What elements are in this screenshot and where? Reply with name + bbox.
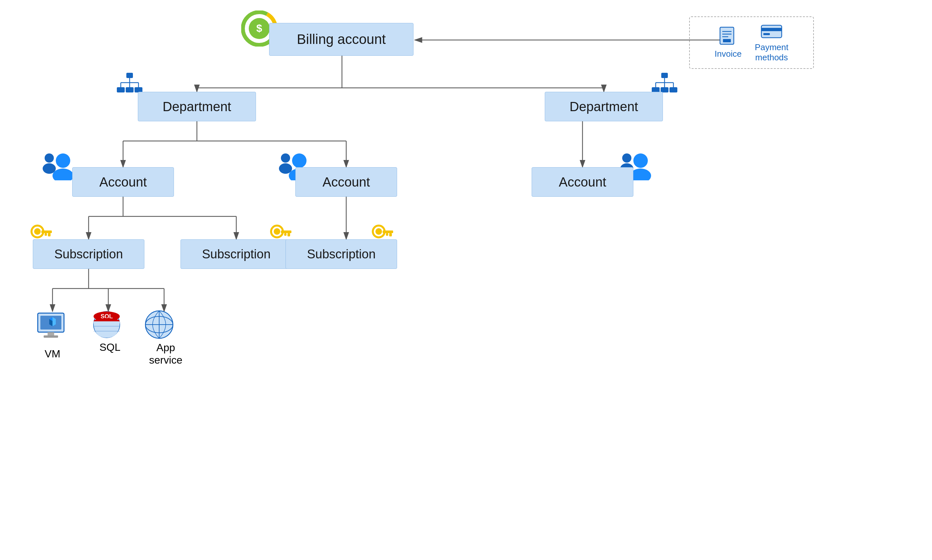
- svg-point-54: [52, 169, 74, 180]
- invoice-label: Invoice: [715, 49, 742, 59]
- sub2-box: Subscription: [181, 239, 292, 269]
- sub1-label: Subscription: [54, 247, 123, 261]
- svg-rect-72: [284, 233, 287, 236]
- svg-point-69: [274, 228, 280, 235]
- vm-label: VM: [34, 348, 71, 360]
- svg-rect-83: [48, 332, 54, 335]
- dept1-label: Department: [163, 99, 231, 114]
- svg-rect-50: [670, 87, 677, 92]
- account2-label: Account: [322, 175, 370, 189]
- appservice-svg-icon: [144, 310, 174, 339]
- svg-rect-77: [386, 233, 388, 236]
- svg-rect-71: [287, 233, 290, 236]
- svg-point-55: [281, 154, 290, 163]
- sub1-box: Subscription: [33, 239, 144, 269]
- account1-box: Account: [72, 167, 174, 197]
- payment-icon: [760, 23, 783, 40]
- svg-rect-84: [44, 335, 58, 338]
- svg-rect-40: [126, 87, 134, 92]
- svg-rect-76: [389, 233, 392, 236]
- dept1-box: Department: [138, 92, 256, 121]
- billing-account-box: Billing account: [269, 23, 414, 56]
- svg-rect-30: [761, 25, 782, 38]
- sub2-label: Subscription: [202, 247, 270, 261]
- svg-rect-75: [383, 231, 393, 233]
- vm-icon: VM: [34, 310, 71, 346]
- svg-rect-29: [723, 39, 731, 42]
- svg-point-56: [279, 163, 292, 174]
- svg-rect-31: [761, 28, 782, 31]
- sub3-box: Subscription: [285, 239, 397, 269]
- sub3-label: Subscription: [307, 247, 375, 261]
- payment-item: Payment methods: [755, 23, 788, 63]
- payment-label: Payment methods: [755, 42, 788, 63]
- svg-text:$: $: [256, 22, 262, 34]
- svg-rect-67: [45, 233, 47, 236]
- svg-rect-39: [117, 87, 125, 92]
- svg-point-61: [633, 154, 648, 168]
- svg-point-53: [56, 154, 70, 168]
- svg-rect-42: [661, 73, 668, 78]
- svg-point-52: [43, 163, 56, 174]
- sql-svg-icon: SQL SQL: [92, 310, 122, 339]
- dept2-label: Department: [570, 99, 638, 114]
- svg-rect-70: [281, 231, 292, 233]
- svg-point-74: [375, 228, 382, 235]
- billing-account-label: Billing account: [297, 31, 386, 47]
- svg-rect-65: [41, 231, 52, 233]
- svg-rect-32: [763, 33, 770, 35]
- svg-point-57: [292, 154, 307, 168]
- account2-box: Account: [295, 167, 397, 197]
- invoice-icon: [718, 26, 738, 46]
- dept2-box: Department: [545, 92, 663, 121]
- svg-point-51: [45, 154, 54, 163]
- sql-label: SQL: [92, 341, 128, 354]
- app-service-icon: App service: [144, 310, 187, 349]
- sql-icon: SQL SQL SQL: [92, 310, 128, 346]
- account1-icon: [39, 151, 76, 182]
- invoice-item: Invoice: [715, 26, 742, 59]
- account3-box: Account: [532, 167, 633, 197]
- invoice-payment-box: Invoice Payment methods: [689, 16, 814, 69]
- svg-point-59: [622, 154, 631, 163]
- account3-label: Account: [559, 175, 606, 189]
- diagram-container: $ Billing account Invoice Payment: [0, 0, 932, 560]
- app-service-label: App service: [144, 341, 187, 366]
- account1-person-icon: [39, 151, 76, 180]
- svg-point-64: [34, 228, 41, 235]
- vm-svg-icon: [34, 310, 71, 346]
- svg-rect-33: [127, 73, 133, 78]
- svg-rect-66: [48, 233, 51, 236]
- account1-label: Account: [99, 175, 147, 189]
